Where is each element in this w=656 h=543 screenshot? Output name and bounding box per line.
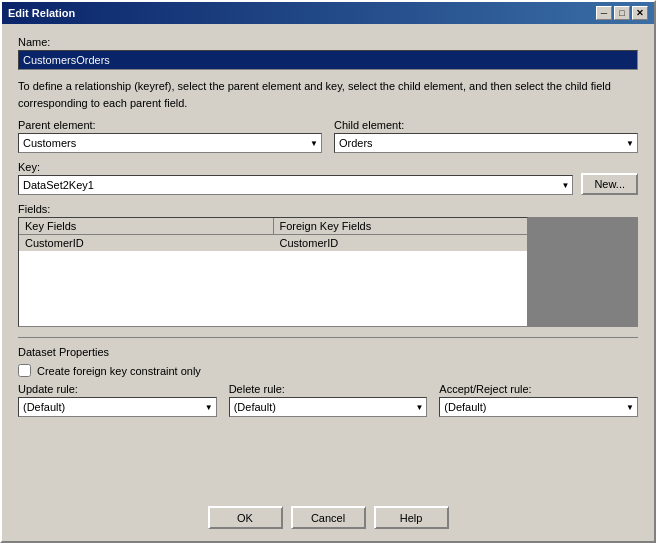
key-field-cell: CustomerID: [19, 235, 274, 251]
fields-main-table: Key Fields Foreign Key Fields CustomerID…: [18, 217, 528, 327]
title-bar-buttons: ─ □ ✕: [596, 6, 648, 20]
child-element-wrapper: Orders: [334, 133, 638, 153]
key-fields-header: Key Fields: [19, 218, 274, 234]
accept-reject-rule-select[interactable]: (Default): [439, 397, 638, 417]
key-row: Key: DataSet2Key1 New...: [18, 161, 638, 195]
new-button[interactable]: New...: [581, 173, 638, 195]
update-rule-col: Update rule: (Default): [18, 383, 217, 417]
table-row[interactable]: CustomerID CustomerID: [19, 235, 527, 251]
update-rule-select[interactable]: (Default): [18, 397, 217, 417]
fields-section: Fields: Key Fields Foreign Key Fields Cu…: [18, 203, 638, 327]
ok-button[interactable]: OK: [208, 506, 283, 529]
fields-table-body: CustomerID CustomerID: [19, 235, 527, 326]
name-field-row: Name:: [18, 36, 638, 70]
delete-rule-label: Delete rule:: [229, 383, 428, 395]
title-bar: Edit Relation ─ □ ✕: [2, 2, 654, 24]
dialog-title: Edit Relation: [8, 7, 75, 19]
dataset-properties-label: Dataset Properties: [18, 346, 638, 358]
key-select[interactable]: DataSet2Key1: [18, 175, 573, 195]
delete-rule-wrapper: (Default): [229, 397, 428, 417]
fields-table-wrapper: Key Fields Foreign Key Fields CustomerID…: [18, 217, 638, 327]
parent-element-col: Parent element: Customers: [18, 119, 322, 153]
parent-element-wrapper: Customers: [18, 133, 322, 153]
parent-element-select[interactable]: Customers: [18, 133, 322, 153]
dataset-properties-section: Dataset Properties Create foreign key co…: [18, 335, 638, 417]
child-element-col: Child element: Orders: [334, 119, 638, 153]
close-button[interactable]: ✕: [632, 6, 648, 20]
bottom-buttons-row: OK Cancel Help: [2, 498, 654, 541]
delete-rule-col: Delete rule: (Default): [229, 383, 428, 417]
cancel-button[interactable]: Cancel: [291, 506, 366, 529]
element-selectors-row: Parent element: Customers Child element:…: [18, 119, 638, 153]
name-label: Name:: [18, 36, 638, 48]
foreign-key-constraint-row: Create foreign key constraint only: [18, 364, 638, 377]
minimize-button[interactable]: ─: [596, 6, 612, 20]
foreign-key-constraint-checkbox[interactable]: [18, 364, 31, 377]
fields-table-header: Key Fields Foreign Key Fields: [19, 218, 527, 235]
key-label: Key:: [18, 161, 573, 173]
fields-label: Fields:: [18, 203, 638, 215]
child-element-select[interactable]: Orders: [334, 133, 638, 153]
name-input[interactable]: [18, 50, 638, 70]
update-rule-label: Update rule:: [18, 383, 217, 395]
fields-gray-panel: [528, 217, 638, 327]
foreign-key-fields-header: Foreign Key Fields: [274, 218, 528, 234]
accept-reject-rule-label: Accept/Reject rule:: [439, 383, 638, 395]
description-text: To define a relationship (keyref), selec…: [18, 78, 638, 111]
section-divider: [18, 337, 638, 338]
update-rule-wrapper: (Default): [18, 397, 217, 417]
parent-element-label: Parent element:: [18, 119, 322, 131]
delete-rule-select[interactable]: (Default): [229, 397, 428, 417]
edit-relation-dialog: Edit Relation ─ □ ✕ Name: To define a re…: [0, 0, 656, 543]
child-element-label: Child element:: [334, 119, 638, 131]
foreign-key-constraint-label: Create foreign key constraint only: [37, 365, 201, 377]
rules-row: Update rule: (Default) Delete rule: (Def…: [18, 383, 638, 417]
accept-reject-rule-wrapper: (Default): [439, 397, 638, 417]
key-select-wrapper: Key: DataSet2Key1: [18, 161, 573, 195]
help-button[interactable]: Help: [374, 506, 449, 529]
dialog-content: Name: To define a relationship (keyref),…: [2, 24, 654, 498]
foreign-key-field-cell: CustomerID: [274, 235, 528, 251]
key-select-outer-wrapper: DataSet2Key1: [18, 175, 573, 195]
maximize-button[interactable]: □: [614, 6, 630, 20]
accept-reject-rule-col: Accept/Reject rule: (Default): [439, 383, 638, 417]
